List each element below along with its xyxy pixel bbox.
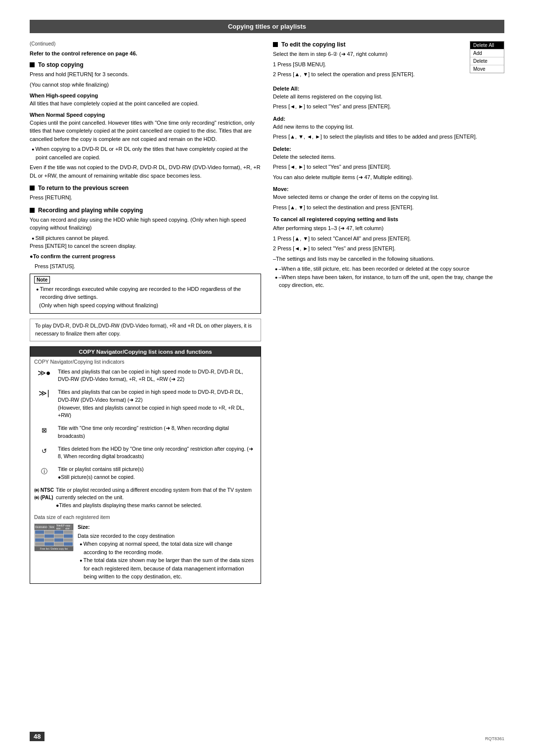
- icon-col-2: ≫|: [34, 388, 54, 397]
- icon2-text: Titles and playlists that can be copied …: [58, 388, 257, 420]
- cancel-bullet2: –When steps have been taken, for instanc…: [273, 273, 504, 289]
- move-label: Move:: [273, 186, 504, 192]
- square-icon2: [30, 186, 35, 190]
- edit-menu-box: Delete All Add Delete Move: [470, 41, 504, 73]
- cancel-all-section: To cancel all registered copying setting…: [273, 216, 504, 289]
- high-speed-partial-icon: ≫|: [39, 389, 49, 397]
- recording-copying-body2: Press [ENTER] to cancel the screen displ…: [30, 242, 261, 250]
- square-icon3: [30, 208, 35, 213]
- stop-copying-body2: (You cannot stop while finalizing): [30, 81, 261, 89]
- refer-line: Refer to the control reference on page 4…: [30, 50, 261, 56]
- stop-copying-section: To stop copying Press and hold [RETURN] …: [30, 61, 261, 180]
- normal-speed-body1: Copies until the point cancelled. Howeve…: [30, 119, 261, 143]
- icon-col-4: ↺: [34, 445, 54, 456]
- deleted-title-icon: ↺: [42, 446, 47, 456]
- move-body: Move selected items or change the order …: [273, 193, 504, 201]
- return-screen-title: To return to the previous screen: [30, 185, 261, 191]
- high-speed-body: All titles that have completely copied a…: [30, 99, 261, 108]
- icon1-text: Titles and playlists that can be copied …: [58, 368, 257, 384]
- still-picture-icon: ⓘ: [41, 467, 47, 476]
- add-body: Add new items to the copying list.: [273, 123, 504, 131]
- menu-item-delete: Delete: [470, 57, 504, 65]
- normal-speed-title: When Normal Speed copying: [30, 112, 261, 118]
- copy-nav-sub: COPY Navigator/Copying list indicators: [30, 357, 261, 366]
- icon-row-ntsc-pal: ㉁ NTSC ㉁ (PAL) Title or playlist recorde…: [30, 484, 261, 512]
- header-title: Copying titles or playlists: [228, 23, 306, 30]
- ntsc-pal-labels: ㉁ NTSC ㉁ (PAL): [34, 486, 54, 501]
- edit-list-title: To edit the copying list: [273, 41, 465, 48]
- note-box: Note Timer recordings executed while cop…: [30, 274, 261, 314]
- info-box: To play DVD-R, DVD-R DL,DVD-RW (DVD-Vide…: [30, 319, 261, 341]
- right-column: Delete All Add Delete Move To edit the c…: [273, 41, 504, 589]
- confirm-progress-title: ●To confirm the current progress: [30, 252, 261, 261]
- cancel-bullet1: –When a title, still picture, etc. has b…: [273, 265, 504, 273]
- left-column: (Continued) Refer to the control referen…: [30, 41, 261, 589]
- icon-row-3: ⊠ Title with "One time only recording" r…: [30, 422, 261, 443]
- ntsc-label: ㉁ NTSC: [34, 486, 54, 494]
- recording-copying-section: Recording and playing while copying You …: [30, 207, 261, 314]
- stop-copying-body1: Press and hold [RETURN] for 3 seconds.: [30, 70, 261, 79]
- cancel-all-title: To cancel all registered copying setting…: [273, 216, 504, 222]
- move-step: Press [▲, ▼] to select the destination a…: [273, 203, 504, 212]
- icon-col-3: ⊠: [34, 425, 54, 435]
- continued-label: (Continued): [30, 41, 261, 47]
- normal-speed-bullet1: When copying to a DVD-R DL or +R DL only…: [30, 145, 261, 161]
- add-label: Add:: [273, 116, 504, 122]
- one-time-record-icon: ⊠: [42, 425, 47, 435]
- high-speed-full-icon: ≫●: [38, 369, 51, 377]
- size-desc-line1: Data size recorded to the copy destinati…: [78, 532, 257, 540]
- icon4-text: Titles deleted from the HDD by "One time…: [58, 445, 257, 461]
- normal-speed-section: When Normal Speed copying Copies until t…: [30, 112, 261, 180]
- delete-all-label: Delete All:: [273, 86, 504, 92]
- size-label: Data size of each registered item: [30, 512, 261, 521]
- menu-item-add: Add: [470, 49, 504, 57]
- diagram-area: Destination Size Title/EP size copy size: [30, 521, 261, 583]
- square-icon-right: [273, 42, 278, 47]
- high-speed-title: When High-speed copying: [30, 93, 261, 98]
- cancel-all-step2: 2 Press [◄, ►] to select "Yes" and press…: [273, 244, 504, 253]
- delete-label: Delete:: [273, 146, 504, 152]
- cancel-all-intro: After performing steps 1–3 (➜ 47, left c…: [273, 224, 504, 233]
- icon-row-1: ≫● Titles and playlists that can be copi…: [30, 366, 261, 386]
- recording-copying-bullet1: Still pictures cannot be played.: [30, 234, 261, 242]
- cancel-all-step1: 1 Press [▲, ▼] to select "Cancel All" an…: [273, 235, 504, 243]
- menu-item-move: Move: [470, 65, 504, 73]
- stop-copying-title: To stop copying: [30, 61, 261, 68]
- icon3-text: Title with "One time only recording" res…: [58, 425, 257, 440]
- edit-list-section: Delete All Add Delete Move To edit the c…: [273, 41, 504, 81]
- note-bullet1: Timer recordings executed while copying …: [34, 285, 257, 301]
- delete-step1: Press [◄, ►] to select "Yes" and press […: [273, 163, 504, 171]
- icon-row-4: ↺ Titles deleted from the HDD by "One ti…: [30, 443, 261, 464]
- delete-all-body: Delete all items registered on the copyi…: [273, 93, 504, 101]
- icon-col-5: ⓘ: [34, 466, 54, 476]
- icon-row-2: ≫| Titles and playlists that can be copi…: [30, 386, 261, 422]
- delete-body: Delete the selected items.: [273, 153, 504, 161]
- size-arrow-area: Size: Data size recorded to the copy des…: [78, 523, 257, 581]
- info-box-text: To play DVD-R, DVD-R DL,DVD-RW (DVD-Vide…: [35, 323, 252, 336]
- delete-all-section: Delete All: Delete all items registered …: [273, 86, 504, 111]
- doc-number: RQT8361: [485, 736, 504, 741]
- note-bullet2: (Only when high speed copying without fi…: [34, 301, 257, 310]
- high-speed-section: When High-speed copying All titles that …: [30, 93, 261, 108]
- move-section: Move: Move selected items or change the …: [273, 186, 504, 211]
- icon-col-1: ≫●: [34, 368, 54, 377]
- pal-label: ㉁ (PAL): [34, 494, 54, 501]
- size-desc-bullet1: When copying at normal speed, the total …: [78, 540, 257, 556]
- recording-copying-body1: You can record and play using the HDD wh…: [30, 216, 261, 232]
- delete-section: Delete: Delete the selected items. Press…: [273, 146, 504, 182]
- menu-item-delete-all: Delete All: [470, 42, 504, 49]
- delete-all-step: Press [◄, ►] to select "Yes" and press […: [273, 102, 504, 111]
- icon-row-5: ⓘ Title or playlist contains still pictu…: [30, 463, 261, 484]
- copy-nav-box: COPY Navigator/Copying list icons and fu…: [30, 346, 261, 584]
- delete-step2: You can also delete multiple items (➜ 47…: [273, 173, 504, 182]
- add-section: Add: Add new items to the copying list. …: [273, 116, 504, 141]
- page-number: 48: [30, 732, 44, 741]
- icon5-text: Title or playlist contains still picture…: [58, 466, 144, 481]
- recording-copying-title: Recording and playing while copying: [30, 207, 261, 214]
- copy-nav-title: COPY Navigator/Copying list icons and fu…: [30, 347, 261, 357]
- note-label: Note: [34, 276, 50, 284]
- square-icon: [30, 62, 35, 67]
- size-diagram: Destination Size Title/EP size copy size: [34, 523, 74, 551]
- return-screen-body: Press [RETURN].: [30, 193, 261, 202]
- size-desc-bullet2: The total data size shown may be larger …: [78, 556, 257, 581]
